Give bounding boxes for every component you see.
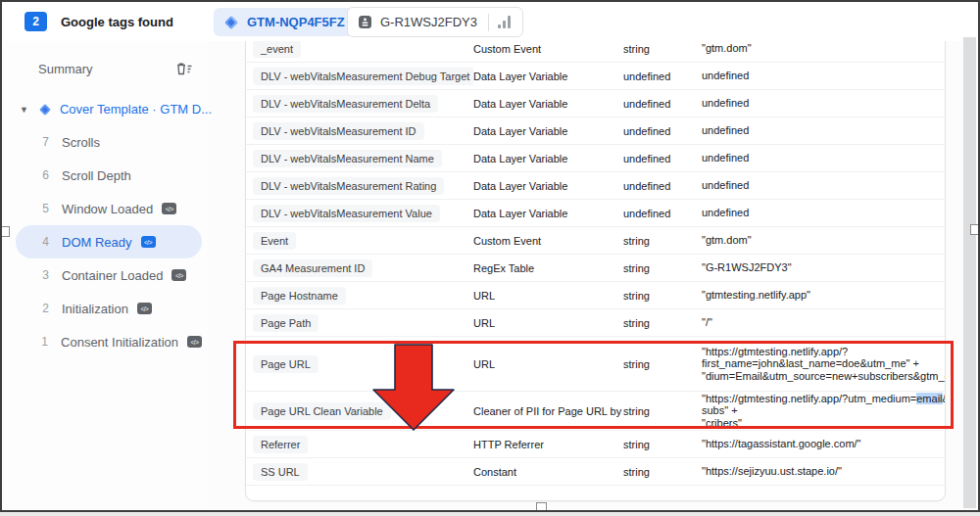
event-label: Window Loaded <box>62 202 153 216</box>
tags-found-label: Google tags found <box>61 15 173 29</box>
variable-return-type: string <box>623 43 702 55</box>
sidebar-event-container-loaded[interactable]: 3Container Loaded</> <box>16 258 202 292</box>
sidebar-event-window-loaded[interactable]: 5Window Loaded</> <box>16 192 202 225</box>
table-row: Page HostnameURLstring"gtmtesting.netlif… <box>246 282 945 309</box>
event-tag-badge-icon: </> <box>187 336 202 348</box>
variable-value: "https://tagassistant.google.com/" <box>702 438 945 450</box>
variable-return-type: string <box>623 290 702 302</box>
variable-type: Data Layer Variable <box>473 125 623 137</box>
variable-value: "https://sejizyuu.ust.stape.io/" <box>702 465 945 478</box>
variable-return-type: string <box>623 439 702 450</box>
variable-name-chip: Referrer <box>253 436 308 453</box>
variable-value: undefined <box>702 70 945 82</box>
variable-name-chip: DLV - webVitalsMeasurement Delta <box>253 95 438 113</box>
table-row: DLV - webVitalsMeasurement Debug TargetD… <box>246 63 945 90</box>
variable-type: Data Layer Variable <box>473 180 623 192</box>
delete-sweep-icon[interactable] <box>174 61 192 76</box>
variable-value: "gtm.dom" <box>702 42 945 55</box>
variable-return-type: undefined <box>623 208 702 219</box>
variable-return-type: undefined <box>623 98 702 110</box>
variable-return-type: undefined <box>623 125 702 137</box>
variable-return-type: undefined <box>623 153 702 164</box>
tags-found-count-badge: 2 <box>24 12 47 31</box>
selection-handle-left[interactable] <box>0 226 10 237</box>
variable-type: URL <box>473 290 623 302</box>
variable-name-chip: DLV - webVitalsMeasurement ID <box>253 122 424 140</box>
gtm-diamond-icon-small <box>38 103 52 117</box>
variable-value: undefined <box>702 124 945 137</box>
event-label: Consent Initialization <box>61 335 178 350</box>
event-label: Scroll Depth <box>62 168 131 183</box>
variable-value: undefined <box>702 207 945 219</box>
table-row: EventCustom Eventstring"gtm.dom" <box>246 227 945 255</box>
annotation-highlight-box <box>233 341 954 429</box>
sidebar-event-dom-ready[interactable]: 4DOM Ready</> <box>16 225 202 258</box>
variable-return-type: string <box>623 317 702 329</box>
sidebar-event-initialization[interactable]: 2Initialization</> <box>16 292 202 325</box>
selection-handle-bottom[interactable] <box>536 502 547 512</box>
variable-name-chip: GA4 Measurement ID <box>253 259 372 277</box>
event-number: 4 <box>39 235 49 249</box>
tab-ga4-property[interactable]: G-R1WSJ2FDY3 <box>347 7 523 37</box>
tab-gtm-container[interactable]: GTM-NQP4F5FZ <box>214 8 357 36</box>
sidebar-event-scrolls[interactable]: 7Scrolls <box>16 125 202 159</box>
table-row: GA4 Measurement IDRegEx Tablestring"G-R1… <box>246 255 945 282</box>
sidebar-event-scroll-depth[interactable]: 6Scroll Depth <box>16 159 202 192</box>
variable-value: undefined <box>702 152 945 164</box>
event-tag-badge-icon: </> <box>162 203 176 214</box>
event-number: 7 <box>39 135 49 149</box>
sidebar-container-item[interactable]: ▼ Cover Template · GTM D... <box>20 102 212 117</box>
screenshot-frame: 2 Google tags found GTM-NQP4F5FZ <box>0 0 980 512</box>
variable-type: Custom Event <box>473 43 623 55</box>
selection-handle-right[interactable] <box>970 224 980 235</box>
variable-type: RegEx Table <box>473 262 623 274</box>
table-row: SS URLConstantstring"https://sejizyuu.us… <box>246 458 945 486</box>
variable-return-type: string <box>623 466 702 478</box>
sidebar-summary[interactable]: Summary <box>38 62 93 76</box>
sidebar: Summary ▼ Cover Template · GTM <box>2 41 208 510</box>
event-tag-badge-icon: </> <box>141 236 156 248</box>
table-row: DLV - webVitalsMeasurement ValueData Lay… <box>246 200 945 227</box>
variable-type: HTTP Referrer <box>473 439 623 450</box>
variable-type: Data Layer Variable <box>473 208 623 219</box>
scrollbar[interactable] <box>963 37 976 508</box>
table-row: DLV - webVitalsMeasurement NameData Laye… <box>246 145 945 172</box>
variable-type: URL <box>473 317 623 329</box>
event-number: 1 <box>39 335 48 349</box>
event-number: 5 <box>39 202 49 215</box>
signal-bars-icon[interactable] <box>498 16 511 28</box>
sidebar-container-label: Cover Template · GTM D... <box>60 102 212 117</box>
chevron-expand-icon[interactable]: ▼ <box>20 105 28 115</box>
event-label: Container Loaded <box>62 268 163 283</box>
sidebar-event-consent-initialization[interactable]: 1Consent Initialization</> <box>16 325 202 358</box>
variable-name-chip: Page Path <box>253 314 318 332</box>
variable-name-chip: _event <box>253 40 301 58</box>
variable-type: Custom Event <box>473 235 623 247</box>
variable-return-type: string <box>623 235 702 247</box>
gtm-diamond-icon <box>223 15 239 30</box>
variable-value: "gtm.dom" <box>702 234 945 247</box>
top-bar: 2 Google tags found GTM-NQP4F5FZ <box>2 2 978 41</box>
event-label: Initialization <box>62 302 128 316</box>
variable-type: Data Layer Variable <box>473 98 623 110</box>
variable-return-type: string <box>623 262 702 274</box>
variable-name-chip: DLV - webVitalsMeasurement Rating <box>253 177 444 195</box>
event-number: 2 <box>39 302 49 315</box>
ga-tag-icon <box>358 15 372 29</box>
variable-return-type: undefined <box>623 70 702 82</box>
table-row: Page PathURLstring"/" <box>246 309 945 337</box>
variable-value: "/" <box>702 316 945 329</box>
event-tag-badge-icon: </> <box>137 303 152 314</box>
event-number: 3 <box>39 268 49 282</box>
variable-type: Data Layer Variable <box>473 70 623 82</box>
event-tag-badge-icon: </> <box>172 269 186 281</box>
annotation-arrow-down-icon <box>368 343 460 433</box>
variable-name-chip: DLV - webVitalsMeasurement Debug Target <box>253 68 473 85</box>
variable-value: undefined <box>702 179 945 192</box>
tab-ga4-label: G-R1WSJ2FDY3 <box>380 15 477 29</box>
variable-return-type: undefined <box>623 180 702 192</box>
table-row: ReferrerHTTP Referrerstring"https://taga… <box>246 431 945 458</box>
event-list: 7Scrolls6Scroll Depth5Window Loaded</>4D… <box>2 125 208 358</box>
tab-gtm-label: GTM-NQP4F5FZ <box>247 15 345 29</box>
variable-type: Constant <box>473 466 623 478</box>
